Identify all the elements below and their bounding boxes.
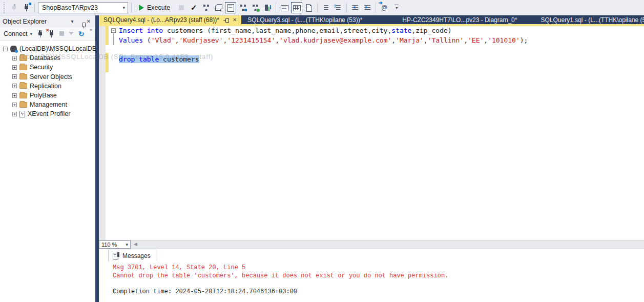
results-to-text-button-glyph [280, 4, 288, 12]
tree-item-localdb-mssqllocaldb[interactable]: -(LocalDB)\MSSQLLocalDB ( [0, 44, 95, 53]
folder-icon [19, 74, 27, 79]
uncomment-lines-button[interactable] [333, 2, 344, 13]
code-line: drop table customers [119, 55, 644, 65]
code-token: 'Tallinn' [428, 36, 464, 44]
message-line: Completion time: 2024-05-20T12:18:24.704… [113, 288, 644, 296]
change-connection-button[interactable] [20, 2, 32, 13]
code-token: into [147, 27, 163, 34]
results-to-grid-button[interactable] [291, 2, 302, 13]
tree-item-security[interactable]: +Security [0, 63, 95, 72]
cancel-query-button[interactable] [176, 2, 187, 13]
panel-splitter[interactable] [95, 15, 99, 302]
execute-button[interactable]: Execute [134, 2, 175, 13]
toolbar-options-button[interactable]: ▾ [391, 2, 402, 13]
expand-icon[interactable]: + [12, 74, 17, 79]
plug-stem [51, 35, 52, 37]
zoom-level: 110 % [101, 241, 117, 248]
tree-item-polybase[interactable]: +PolyBase [0, 91, 95, 100]
disconnect-icon[interactable]: ✕ [48, 30, 55, 37]
connect-dropdown-button[interactable]: Connect ▾ [4, 30, 32, 37]
expand-icon[interactable]: + [12, 65, 17, 70]
zoom-combobox[interactable]: 110 % ▾ [99, 240, 131, 249]
stop-icon[interactable] [59, 31, 64, 36]
connect-object-icon[interactable] [37, 30, 44, 37]
sql-editor[interactable]: - Insert into customers (first_name,last… [99, 26, 644, 240]
refresh-icon[interactable]: ↻ [78, 30, 85, 37]
results-to-file-button-glyph [305, 4, 313, 12]
code-token: 'Kudrjasev' [179, 36, 223, 44]
collapse-icon[interactable]: - [3, 47, 8, 51]
document-tab[interactable]: HP-CZC2349HT7\LO...pv23 - Diagram_0* [398, 15, 522, 24]
code-area[interactable]: Insert into customers (first_name,last_n… [119, 26, 644, 240]
filter-icon[interactable] [69, 32, 74, 35]
close-icon[interactable]: ✕ [233, 17, 237, 23]
toolbar-separator [131, 3, 132, 13]
scroll-left-icon[interactable]: ◀ [134, 241, 137, 247]
tree-item-databases[interactable]: +Databases [0, 53, 95, 63]
comment-lines-button[interactable] [320, 2, 331, 13]
document-tab[interactable]: SQLQuery3.sql - (L...(TTHK\opilane (53))… [243, 15, 367, 24]
tab-label: SQLQuery1.sql - (L...(TTHK\opilane (52))… [541, 16, 644, 24]
tree-item-xevent-profiler[interactable]: +ϟXEvent Profiler [0, 109, 95, 118]
plug-stem [26, 9, 27, 11]
tuning-advisor-button[interactable] [262, 2, 273, 13]
intellisense-enabled-button-glyph [226, 4, 235, 12]
pin-icon[interactable] [223, 17, 229, 23]
code-token: state [391, 27, 411, 34]
expand-icon[interactable]: + [12, 112, 17, 116]
tree-item-label: Server Objects [30, 73, 72, 80]
tab-label: SQLQuery4.sql - (Lo...ARpv23 (staff (68)… [103, 16, 219, 24]
results-to-text-button[interactable] [279, 2, 290, 13]
tab-label: SQLQuery3.sql - (L...(TTHK\opilane (53))… [247, 16, 362, 24]
display-estimated-plan-button[interactable] [200, 2, 212, 13]
document-tab[interactable]: SQLQuery4.sql - (Lo...ARpv23 (staff (68)… [99, 15, 241, 24]
outline-margin: - [109, 26, 119, 240]
parse-query-button[interactable]: ✓ [188, 2, 199, 13]
execute-button-label: Execute [147, 4, 170, 11]
increase-indent-button[interactable] [362, 2, 373, 13]
code-token: Values [119, 36, 143, 44]
play-icon [139, 5, 144, 11]
intellisense-enabled-button[interactable] [225, 2, 236, 13]
decrease-indent-button[interactable] [349, 2, 361, 13]
tab-messages[interactable]: Messages [108, 250, 156, 261]
expand-icon[interactable]: + [12, 84, 17, 88]
code-token: drop [119, 55, 135, 63]
horizontal-scrollbar[interactable]: ◀ [131, 240, 644, 249]
code-token: 'vlad.kudrjasev@example.com' [279, 36, 391, 44]
messages-body[interactable]: Msg 3701, Level 14, State 20, Line 5Cann… [99, 261, 644, 296]
expand-icon[interactable]: + [12, 103, 17, 107]
live-query-statistics-button[interactable] [237, 2, 248, 13]
close-icon[interactable]: ✕ [85, 18, 93, 24]
database-combobox[interactable]: ShopBaseTARpv23▾ [38, 2, 128, 13]
chevron-down-icon: ▾ [126, 242, 128, 247]
document-tabs: SQLQuery4.sql - (Lo...ARpv23 (staff (68)… [99, 15, 644, 26]
code-token: '101010' [488, 36, 520, 44]
tree-item-server-objects[interactable]: +Server Objects [0, 72, 95, 82]
live-query-statistics-button-glyph [239, 4, 247, 12]
expand-icon[interactable]: + [12, 93, 17, 98]
include-actual-plan-button[interactable] [213, 2, 224, 13]
tree-item-replication[interactable]: +Replication [0, 82, 95, 91]
messages-icon-block [117, 252, 119, 257]
expand-icon[interactable]: + [12, 56, 17, 61]
fold-collapse-icon[interactable]: - [111, 28, 116, 33]
results-to-file-button[interactable] [303, 2, 315, 13]
template-parameters-button[interactable]: ➜@ [379, 2, 390, 13]
toolbar-grip[interactable] [3, 2, 6, 13]
document-tab[interactable]: SQLQuery1.sql - (L...(TTHK\opilane (52))… [536, 15, 644, 24]
client-statistics-button[interactable] [250, 2, 261, 13]
tree-item-management[interactable]: +Management [0, 100, 95, 109]
window-position-icon[interactable]: ▾ [68, 18, 76, 24]
uncomment-lines-button-glyph [334, 4, 342, 12]
code-line: Values ('Vlad','Kudrjasev','1231415154',… [119, 36, 644, 46]
x-mark: ✕ [46, 28, 50, 33]
object-explorer-titlebar[interactable]: Object Explorer ▾ ✕ [0, 15, 95, 27]
tree-item-label: Databases [30, 54, 60, 62]
folder-icon [19, 65, 27, 70]
messages-pane: Messages Msg 3701, Level 14, State 20, L… [99, 249, 644, 302]
chevron-down-icon: ▾ [30, 31, 33, 36]
connect-button-glyph [11, 4, 17, 11]
connect-button[interactable] [8, 2, 19, 13]
toolbar-overflow-icon[interactable]: » [90, 27, 92, 32]
